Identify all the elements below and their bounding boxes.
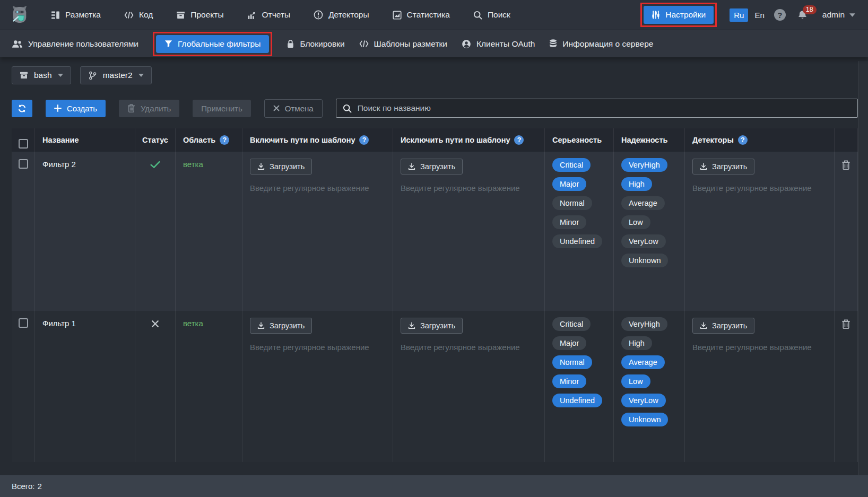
cancel-button-label: Отмена xyxy=(285,104,314,113)
lang-ru-toggle[interactable]: Ru xyxy=(730,8,748,22)
username-label: admin xyxy=(822,10,845,20)
refresh-button[interactable] xyxy=(12,100,32,117)
reliability-pill-low[interactable]: Low xyxy=(621,374,650,388)
subnav-label: Управление пользователями xyxy=(28,39,138,49)
subnav-item-markup-templates[interactable]: Шаблоны разметки xyxy=(359,39,447,49)
nav-item-detektory[interactable]: Детекторы xyxy=(314,10,369,20)
detectors-cell: Загрузить Введите регулярное выражение xyxy=(685,152,835,311)
row-checkbox[interactable] xyxy=(19,159,28,169)
question-icon[interactable]: ? xyxy=(514,135,524,145)
severity-pill-minor[interactable]: Minor xyxy=(552,374,586,388)
question-icon[interactable]: ? xyxy=(220,135,229,145)
nav-item-razmetka[interactable]: Разметка xyxy=(51,10,101,20)
cancel-button[interactable]: Отмена xyxy=(264,99,323,118)
chevron-down-icon xyxy=(58,74,63,77)
chevron-down-icon xyxy=(138,74,144,77)
reliability-pill-high[interactable]: High xyxy=(621,336,652,350)
severity-pill-undefined[interactable]: Undefined xyxy=(552,234,602,248)
upload-button[interactable]: Загрузить xyxy=(250,159,312,175)
regex-input-placeholder[interactable]: Введите регулярное выражение xyxy=(692,184,827,193)
reliability-pill-high[interactable]: High xyxy=(621,177,652,191)
filter-name: Фильтр 2 xyxy=(35,152,135,311)
close-icon xyxy=(273,105,280,111)
select-all-checkbox[interactable] xyxy=(19,139,28,149)
settings-button[interactable]: Настройки xyxy=(644,6,714,24)
reliability-pill-average[interactable]: Average xyxy=(621,196,665,210)
severity-pill-major[interactable]: Major xyxy=(552,177,586,191)
upload-button[interactable]: Загрузить xyxy=(692,159,754,175)
upload-button[interactable]: Загрузить xyxy=(692,318,754,334)
lang-en-toggle[interactable]: En xyxy=(754,11,764,20)
branch-dropdown[interactable]: master2 xyxy=(80,66,152,84)
regex-input-placeholder[interactable]: Введите регулярное выражение xyxy=(401,184,537,193)
nav-item-poisk[interactable]: Поиск xyxy=(473,10,510,20)
archive-icon xyxy=(176,11,185,20)
notifications-button[interactable]: 18 xyxy=(797,10,808,20)
reliability-pill-verylow[interactable]: VeryLow xyxy=(621,234,666,248)
project-dropdown[interactable]: bash xyxy=(12,66,71,84)
subnav-item-locks[interactable]: Блокировки xyxy=(287,39,344,49)
sliders-icon xyxy=(652,11,660,19)
reliability-pill-unknown[interactable]: Unknown xyxy=(621,413,668,426)
regex-input-placeholder[interactable]: Введите регулярное выражение xyxy=(250,343,385,352)
settings-highlight-frame: Настройки xyxy=(640,3,717,27)
regex-input-placeholder[interactable]: Введите регулярное выражение xyxy=(401,343,537,352)
severity-pill-major[interactable]: Major xyxy=(552,336,586,350)
nav-item-statistika[interactable]: Статистика xyxy=(393,10,450,20)
reliability-pill-veryhigh[interactable]: VeryHigh xyxy=(621,158,667,172)
upload-button-label: Загрузить xyxy=(420,321,455,330)
delete-row-trash-icon[interactable] xyxy=(841,319,850,329)
nav-item-proekty[interactable]: Проекты xyxy=(176,10,223,20)
code-icon xyxy=(359,40,369,48)
vertical-scrollbar[interactable] xyxy=(858,61,868,475)
app-logo[interactable] xyxy=(11,5,29,25)
severity-pill-critical[interactable]: Critical xyxy=(552,158,591,172)
reliability-pill-veryhigh[interactable]: VeryHigh xyxy=(621,317,667,331)
question-icon[interactable]: ? xyxy=(738,135,748,145)
severity-pill-minor[interactable]: Minor xyxy=(552,215,586,229)
global-filters-table: Название Статус Область? Включить пути п… xyxy=(12,128,858,462)
delete-row-trash-icon[interactable] xyxy=(841,160,850,170)
reliability-pill-verylow[interactable]: VeryLow xyxy=(621,394,666,407)
nav-item-kod[interactable]: Код xyxy=(124,10,153,20)
column-header-reliability: Надежность xyxy=(621,136,667,144)
upload-button-label: Загрузить xyxy=(270,321,305,330)
severity-pill-normal[interactable]: Normal xyxy=(552,355,592,369)
upload-button[interactable]: Загрузить xyxy=(401,159,463,175)
upload-button-label: Загрузить xyxy=(712,321,747,330)
delete-button[interactable]: Удалить xyxy=(119,100,179,117)
subnav-label: Глобальные фильтры xyxy=(178,39,261,49)
subnav-item-global-filters[interactable]: Глобальные фильтры xyxy=(156,35,269,53)
download-icon xyxy=(408,163,415,170)
subnav-item-oauth-clients[interactable]: Клиенты OAuth xyxy=(462,39,535,49)
nav-item-otchety[interactable]: Отчеты xyxy=(247,10,291,20)
search-input[interactable] xyxy=(358,103,851,113)
nav-label: Отчеты xyxy=(262,10,291,20)
subnav-item-user-management[interactable]: Управление пользователями xyxy=(12,39,138,49)
reliability-pill-unknown[interactable]: Unknown xyxy=(621,254,668,267)
column-header-include: Включить пути по шаблону xyxy=(250,136,355,144)
reliability-pill-low[interactable]: Low xyxy=(621,215,650,229)
upload-button[interactable]: Загрузить xyxy=(250,318,312,334)
subnav-item-server-info[interactable]: Информация о сервере xyxy=(549,39,653,49)
apply-button[interactable]: Применить xyxy=(193,100,251,117)
severity-pill-critical[interactable]: Critical xyxy=(552,317,591,331)
exclude-paths-cell: Загрузить Введите регулярное выражение xyxy=(393,311,545,462)
create-button[interactable]: Создать xyxy=(46,100,106,117)
exclude-paths-cell: Загрузить Введите регулярное выражение xyxy=(393,152,545,311)
primary-nav: Разметка Код Проекты Отчеты Детекторы Ст xyxy=(51,10,510,20)
user-menu[interactable]: admin xyxy=(822,10,855,20)
question-icon[interactable]: ? xyxy=(359,135,369,145)
download-icon xyxy=(700,322,707,329)
help-icon[interactable]: ? xyxy=(774,9,786,21)
severity-pill-normal[interactable]: Normal xyxy=(552,196,592,210)
upload-button-label: Загрузить xyxy=(270,162,305,171)
project-dropdown-value: bash xyxy=(34,71,52,80)
column-header-name: Название xyxy=(42,136,79,144)
reliability-pill-average[interactable]: Average xyxy=(621,355,665,369)
row-checkbox[interactable] xyxy=(19,318,28,328)
upload-button[interactable]: Загрузить xyxy=(401,318,463,334)
regex-input-placeholder[interactable]: Введите регулярное выражение xyxy=(250,184,385,193)
regex-input-placeholder[interactable]: Введите регулярное выражение xyxy=(692,343,827,352)
severity-pill-undefined[interactable]: Undefined xyxy=(552,394,602,407)
